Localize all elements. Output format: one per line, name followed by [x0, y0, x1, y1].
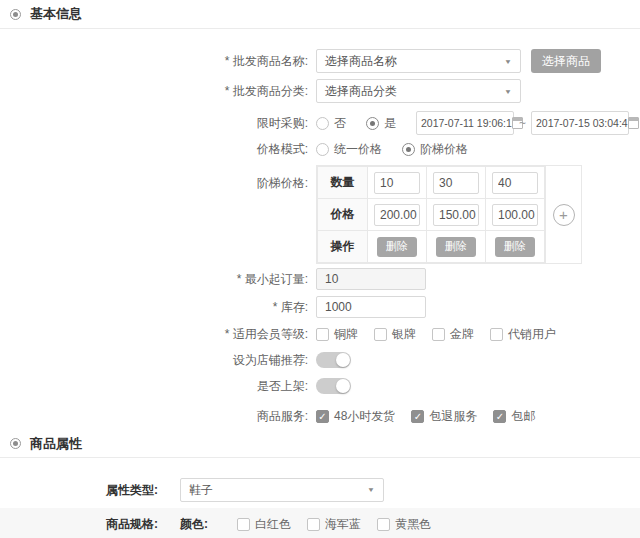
price-unified-label: 统一价格: [334, 141, 382, 158]
min-order-input[interactable]: [316, 268, 426, 290]
flash-yes-label: 是: [384, 115, 396, 132]
shop-recommend-toggle[interactable]: [316, 352, 351, 368]
date-end-input[interactable]: 2017-07-15 03:04:4: [531, 111, 629, 135]
attr-type-row: 属性类型: 鞋子 ▼: [0, 478, 640, 502]
tier-qty-header: 数量: [318, 167, 368, 199]
spec-color-label: 颜色:: [180, 516, 220, 533]
delete-tier-button-3[interactable]: 删除: [495, 237, 535, 257]
radio-selected-icon: [402, 143, 415, 156]
tier-qty-input-2[interactable]: [433, 172, 479, 194]
tier-price-header: 价格: [318, 199, 368, 231]
service-label: 商品服务:: [0, 408, 308, 425]
shop-recommend-row: 设为店铺推荐:: [0, 352, 640, 368]
product-category-label: * 批发商品分类:: [0, 83, 308, 100]
date-start-input[interactable]: 2017-07-11 19:06:1: [416, 111, 514, 135]
delete-tier-button-1[interactable]: 删除: [377, 237, 417, 257]
product-attrs-header: 商品属性: [0, 430, 640, 458]
tier-qty-input-1[interactable]: [374, 172, 420, 194]
min-order-row: * 最小起订量:: [0, 268, 640, 290]
checkbox-icon: [307, 518, 320, 531]
attr-type-select[interactable]: 鞋子 ▼: [180, 478, 384, 502]
basic-info-title: 基本信息: [30, 5, 82, 23]
tier-price-input-3[interactable]: [492, 204, 538, 226]
color-option-label: 白红色: [255, 516, 291, 533]
product-name-select-value: 选择商品名称: [325, 53, 397, 70]
stock-label: * 库存:: [0, 299, 308, 316]
tier-action-row: 操作 删除 删除 删除: [318, 231, 545, 263]
price-tiered-label: 阶梯价格: [420, 141, 468, 158]
flash-purchase-label: 限时采购:: [0, 115, 308, 132]
tier-add-cell: +: [545, 166, 581, 263]
price-tiered-radio[interactable]: 阶梯价格: [402, 141, 468, 158]
service-option-label: 48小时发货: [334, 408, 395, 425]
member-level-label: * 适用会员等级:: [0, 326, 308, 343]
checkbox-icon: [432, 328, 445, 341]
product-name-row: * 批发商品名称: 选择商品名称 ▼ 选择商品: [0, 49, 640, 73]
tier-price-input-1[interactable]: [374, 204, 420, 226]
member-level-checkbox-silver[interactable]: 银牌: [374, 326, 416, 343]
min-order-label: * 最小起订量:: [0, 271, 308, 288]
price-mode-label: 价格模式:: [0, 141, 308, 158]
member-level-checkbox-gold[interactable]: 金牌: [432, 326, 474, 343]
stock-row: * 库存:: [0, 296, 640, 318]
service-checkbox-48h[interactable]: ✓ 48小时发货: [316, 408, 395, 425]
chevron-down-icon: ▼: [504, 57, 512, 64]
price-mode-row: 价格模式: 统一价格 阶梯价格: [0, 141, 640, 157]
on-shelf-row: 是否上架:: [0, 378, 640, 394]
tier-qty-row: 数量: [318, 167, 545, 199]
service-checkbox-return[interactable]: ✓ 包退服务: [411, 408, 477, 425]
stock-input[interactable]: [316, 296, 426, 318]
member-level-option-label: 金牌: [450, 326, 474, 343]
spec-label: 商品规格:: [0, 516, 158, 533]
basic-info-form: * 批发商品名称: 选择商品名称 ▼ 选择商品 * 批发商品分类: 选择商品分类…: [0, 29, 640, 424]
date-start-value: 2017-07-11 19:06:1: [421, 117, 512, 129]
product-category-row: * 批发商品分类: 选择商品分类 ▼: [0, 79, 640, 103]
checkbox-checked-icon: ✓: [316, 410, 329, 423]
product-category-select[interactable]: 选择商品分类 ▼: [316, 79, 521, 103]
color-checkbox-navy[interactable]: 海军蓝: [307, 516, 361, 533]
service-checkbox-freeship[interactable]: ✓ 包邮: [493, 408, 535, 425]
flash-yes-radio[interactable]: 是: [366, 115, 396, 132]
service-option-label: 包退服务: [429, 408, 477, 425]
tier-qty-input-3[interactable]: [492, 172, 538, 194]
radio-icon: [316, 143, 329, 156]
tier-price-label: 阶梯价格:: [0, 165, 308, 192]
tier-price-values-row: 价格: [318, 199, 545, 231]
shop-recommend-label: 设为店铺推荐:: [0, 352, 308, 369]
product-category-select-value: 选择商品分类: [325, 83, 397, 100]
add-tier-button[interactable]: +: [553, 204, 575, 226]
choose-product-button[interactable]: 选择商品: [531, 49, 601, 73]
member-level-option-label: 银牌: [392, 326, 416, 343]
checkbox-icon: [490, 328, 503, 341]
color-checkbox-yellow-black[interactable]: 黄黑色: [377, 516, 431, 533]
checkbox-icon: [374, 328, 387, 341]
flash-purchase-row: 限时采购: 否 是 2017-07-11 19:06:1 ~ 2017-07-1…: [0, 111, 640, 135]
tier-price-row: 阶梯价格: 数量 价格: [0, 165, 640, 264]
flash-no-label: 否: [334, 115, 346, 132]
tier-price-table: 数量 价格 操作 删除 删除 删除: [316, 165, 582, 264]
chevron-down-icon: ▼: [367, 486, 375, 493]
section-bullet-icon: [10, 9, 21, 20]
product-name-select[interactable]: 选择商品名称 ▼: [316, 49, 521, 73]
checkbox-checked-icon: ✓: [411, 410, 424, 423]
section-bullet-icon: [10, 438, 21, 449]
on-shelf-toggle[interactable]: [316, 378, 351, 394]
color-option-label: 黄黑色: [395, 516, 431, 533]
date-end-value: 2017-07-15 03:04:4: [536, 117, 628, 129]
member-level-option-label: 铜牌: [334, 326, 358, 343]
color-checkbox-white-red[interactable]: 白红色: [237, 516, 291, 533]
on-shelf-label: 是否上架:: [0, 378, 308, 395]
product-name-label: * 批发商品名称:: [0, 53, 308, 70]
flash-no-radio[interactable]: 否: [316, 115, 346, 132]
spec-row: 商品规格: 颜色: 白红色 海军蓝 黄黑色: [0, 508, 640, 538]
checkbox-icon: [377, 518, 390, 531]
date-range-separator: ~: [519, 116, 526, 130]
color-option-label: 海军蓝: [325, 516, 361, 533]
delete-tier-button-2[interactable]: 删除: [436, 237, 476, 257]
product-attrs-form: 属性类型: 鞋子 ▼ 商品规格: 颜色: 白红色 海军蓝 黄黑色: [0, 458, 640, 538]
checkbox-checked-icon: ✓: [493, 410, 506, 423]
member-level-checkbox-bronze[interactable]: 铜牌: [316, 326, 358, 343]
member-level-checkbox-reseller[interactable]: 代销用户: [490, 326, 556, 343]
tier-price-input-2[interactable]: [433, 204, 479, 226]
price-unified-radio[interactable]: 统一价格: [316, 141, 382, 158]
